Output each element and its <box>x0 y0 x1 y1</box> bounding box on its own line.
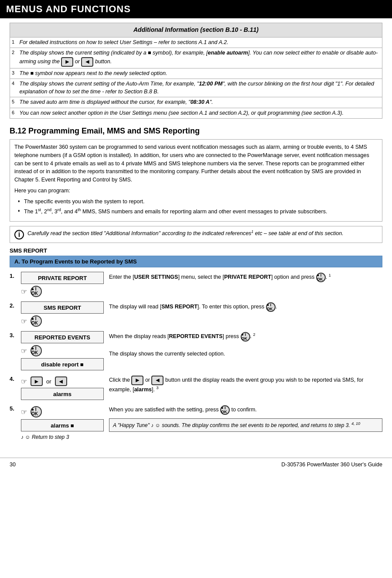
step-num-1: 1. <box>10 272 21 279</box>
step-2-display: SMS REPORT <box>21 301 104 314</box>
ok-button-1[interactable]: ● I OK <box>31 286 42 297</box>
step-num-2: 2. <box>10 301 21 309</box>
page-number: 30 <box>10 462 16 468</box>
header-title: MENUS AND FUNCTIONS <box>6 3 131 14</box>
step-5-display: alarms ■ <box>21 419 104 431</box>
hand-icon-2: ☞ <box>21 317 27 325</box>
ok-icon-inline-2[interactable]: ● I OK <box>266 302 276 312</box>
section-title: B.12 Programming Email, MMS and SMS Repo… <box>10 127 200 135</box>
hand-icon-1: ☞ <box>21 287 27 296</box>
step-5-desc: When you are satisfied with the setting,… <box>109 404 382 432</box>
table-row: 4 The display shows the current setting … <box>10 79 382 97</box>
or-text-4: or <box>46 378 51 385</box>
table-row: 5 The saved auto arm time is displayed w… <box>10 97 382 108</box>
hand-icon-4: ☞ <box>21 377 27 386</box>
page-header: MENUS AND FUNCTIONS <box>0 0 392 18</box>
ok-icon-inline-5[interactable]: ● I OK <box>220 405 230 415</box>
row-cell-1: For detailed instructions on how to sele… <box>17 37 382 48</box>
ok-button-2[interactable]: ● I OK <box>31 315 42 327</box>
step-5: 5. ☞ ● I OK alarms ■ ♪ ☺ Return to step … <box>10 404 382 440</box>
step-5-icon-row: ☞ ● I OK <box>21 406 104 417</box>
bullet-list: The specific events you wish the system … <box>18 198 378 216</box>
arrow-right-btn-4[interactable]: ► <box>31 376 43 386</box>
step-2-icon-row: ☞ ● I OK <box>21 315 104 327</box>
step-num-4: 4. <box>10 375 21 382</box>
caution-icon: i <box>14 230 24 239</box>
program-events-header: A. To Program Events to be Reported by S… <box>10 256 382 267</box>
step-5-confirm-box: A "Happy Tune" ♪ ☺ sounds. The display c… <box>109 418 382 432</box>
step-4-display: alarms <box>21 388 104 400</box>
ok-button-3[interactable]: ● I OK <box>31 345 42 356</box>
step-1-display-col: PRIVATE REPORT ☞ ● I OK <box>21 272 104 297</box>
row-num-6: 6 <box>10 108 17 119</box>
step-3: 3. REPORTED EVENTS ☞ ● I OK disable repo… <box>10 331 382 370</box>
ok-icon-inline-1[interactable]: ● I OK <box>316 273 326 282</box>
doc-reference: D-305736 PowerMaster 360 User's Guide <box>281 462 382 468</box>
step-4-icon-row: ☞ ► or ◄ <box>21 376 104 386</box>
here-you-can: Here you can program: <box>14 187 378 195</box>
step-2-desc: The display will read [SMS REPORT]. To e… <box>109 301 382 312</box>
row-num-5: 5 <box>10 97 17 108</box>
table-row: 3 The ■ symbol now appears next to the n… <box>10 68 382 79</box>
step-3-desc: When the display reads [REPORTED EVENTS]… <box>109 331 382 358</box>
step-3-icon-row: ☞ ● I OK <box>21 345 104 356</box>
step-1-icon-row: ☞ ● I OK <box>21 286 104 297</box>
step-4: 4. ☞ ► or ◄ alarms Click the ► or ◄ butt… <box>10 375 382 400</box>
step-num-3: 3. <box>10 331 21 339</box>
step-1-desc: Enter the [USER SETTINGS] menu, select t… <box>109 272 382 282</box>
step-5-return: ♪ ☺ Return to step 3 <box>21 434 104 440</box>
ok-icon-inline-3[interactable]: ● I OK <box>241 332 250 342</box>
steps-container: 1. PRIVATE REPORT ☞ ● I OK Enter the [US… <box>10 272 382 440</box>
step-num-5: 5. <box>10 404 21 412</box>
row-cell-3: The ■ symbol now appears next to the new… <box>17 68 382 79</box>
row-cell-4: The display shows the current setting of… <box>17 79 382 97</box>
hand-icon-5: ☞ <box>21 408 27 416</box>
step-2-display-col: SMS REPORT ☞ ● I OK <box>21 301 104 327</box>
row-num-4: 4 <box>10 79 17 97</box>
caution-box: i Carefully read the section titled "Add… <box>10 226 382 243</box>
step-4-display-col: ☞ ► or ◄ alarms <box>21 375 104 400</box>
step-4-desc: Click the ► or ◄ button until the displa… <box>109 375 382 394</box>
additional-table-header: Additional Information (section B.10 - B… <box>10 23 382 38</box>
sms-report-label: SMS REPORT <box>10 247 382 254</box>
caution-text: Carefully read the section titled "Addit… <box>27 229 344 236</box>
ok-button-5[interactable]: ● I OK <box>31 406 42 417</box>
arrow-right-icon[interactable]: ► <box>61 57 73 67</box>
arrow-left-inline-4[interactable]: ◄ <box>151 376 164 385</box>
step-2: 2. SMS REPORT ☞ ● I OK The display will … <box>10 301 382 327</box>
additional-info-table: Additional Information (section B.10 - B… <box>10 23 382 119</box>
step-3-display-bottom: disable report ■ <box>21 358 104 370</box>
arrow-left-btn-4[interactable]: ◄ <box>55 376 67 386</box>
step-1: 1. PRIVATE REPORT ☞ ● I OK Enter the [US… <box>10 272 382 297</box>
section-heading: B.12 Programming Email, MMS and SMS Repo… <box>10 127 382 136</box>
row-num-2: 2 <box>10 48 17 68</box>
row-num-3: 3 <box>10 68 17 79</box>
row-cell-6: You can now select another option in the… <box>17 108 382 119</box>
step-1-display: PRIVATE REPORT <box>21 272 104 284</box>
list-item: The 1st, 2nd, 3rd, and 4th MMS, SMS numb… <box>18 207 378 216</box>
page-footer: 30 D-305736 PowerMaster 360 User's Guide <box>0 458 392 470</box>
step-5-display-col: ☞ ● I OK alarms ■ ♪ ☺ Return to step 3 <box>21 404 104 440</box>
hand-icon-3: ☞ <box>21 347 27 355</box>
row-num-1: 1 <box>10 37 17 48</box>
row-cell-5: The saved auto arm time is displayed wit… <box>17 97 382 108</box>
step-3-display-col: REPORTED EVENTS ☞ ● I OK disable report … <box>21 331 104 370</box>
table-row: 6 You can now select another option in t… <box>10 108 382 119</box>
intro-text: The PowerMaster 360 system can be progra… <box>14 143 378 184</box>
step-3-display-top: REPORTED EVENTS <box>21 331 104 343</box>
row-cell-2: The display shows the current setting (i… <box>17 48 382 68</box>
arrow-left-icon[interactable]: ◄ <box>81 57 93 67</box>
table-row: 2 The display shows the current setting … <box>10 48 382 68</box>
list-item: The specific events you wish the system … <box>18 198 378 206</box>
arrow-right-inline-4[interactable]: ► <box>131 376 143 385</box>
intro-info-box: The PowerMaster 360 system can be progra… <box>10 139 382 222</box>
table-row: 1 For detailed instructions on how to se… <box>10 37 382 48</box>
